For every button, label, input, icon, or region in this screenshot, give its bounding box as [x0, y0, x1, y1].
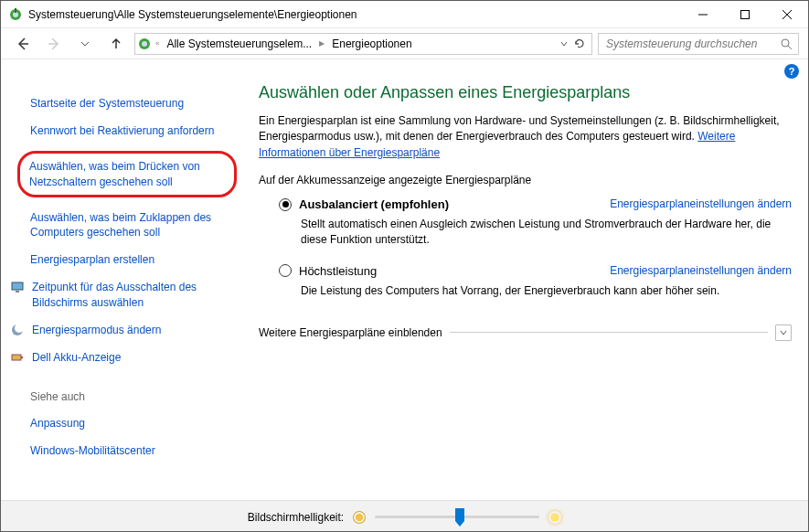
plan-high-performance: Höchstleistung Energiesparplaneinstellun… — [279, 264, 792, 299]
monitor-icon — [10, 280, 25, 294]
power-options-icon — [8, 7, 23, 22]
sidebar-link-label: Zeitpunkt für das Ausschalten des Bildsc… — [32, 280, 233, 309]
sidebar-link-close-lid[interactable]: Auswählen, was beim Zuklappen des Comput… — [30, 210, 233, 239]
nav-recent-dropdown[interactable] — [72, 31, 98, 57]
sidebar-link-create-plan[interactable]: Energiesparplan erstellen — [30, 252, 233, 267]
plan-description: Die Leistung des Computers hat Vorrang, … — [301, 283, 792, 299]
maximize-button[interactable] — [724, 1, 766, 28]
slider-thumb[interactable] — [455, 508, 464, 527]
search-input[interactable] — [604, 37, 780, 51]
moon-icon — [10, 323, 25, 337]
plan-balanced: Ausbalanciert (empfohlen) Energiesparpla… — [279, 197, 792, 248]
nav-forward-button[interactable] — [41, 31, 67, 57]
address-dropdown[interactable] — [560, 40, 568, 48]
sun-bright-icon — [548, 511, 561, 524]
sidebar: Startseite der Systemsteuerung Kennwort … — [1, 83, 248, 500]
sidebar-link-mobility-center[interactable]: Windows-Mobilitätscenter — [30, 443, 233, 458]
sidebar-link-label: Energiesparmodus ändern — [32, 323, 161, 337]
chevron-right-icon: ▶ — [317, 39, 326, 48]
battery-icon — [10, 350, 25, 365]
minimize-button[interactable] — [682, 1, 724, 28]
sidebar-link-require-password[interactable]: Kennwort bei Reaktivierung anfordern — [30, 123, 233, 138]
refresh-button[interactable] — [573, 37, 586, 50]
search-box[interactable] — [598, 33, 799, 55]
svg-point-10 — [142, 41, 147, 47]
help-icon[interactable]: ? — [784, 64, 799, 79]
sidebar-link-power-buttons[interactable]: Auswählen, was beim Drücken von Netzscha… — [17, 151, 237, 197]
breadcrumb-segment[interactable]: Alle Systemsteuerungselem... — [163, 37, 315, 50]
navbar: « Alle Systemsteuerungselem... ▶ Energie… — [1, 28, 808, 59]
chevron-down-icon — [775, 325, 792, 341]
window-title: Systemsteuerung\Alle Systemsteuerungsele… — [28, 8, 357, 21]
close-button[interactable] — [766, 1, 808, 28]
page-heading: Auswählen oder Anpassen eines Energiespa… — [259, 83, 792, 102]
intro-text: Ein Energiesparplan ist eine Sammlung vo… — [259, 113, 792, 161]
sun-dim-icon — [353, 511, 366, 524]
breadcrumb-segment[interactable]: Energieoptionen — [328, 37, 415, 50]
divider — [450, 332, 768, 333]
sidebar-link-personalization[interactable]: Anpassung — [30, 416, 233, 431]
change-plan-settings-link[interactable]: Energiesparplaneinstellungen ändern — [610, 197, 792, 210]
power-options-icon — [137, 37, 152, 51]
chevron-left-icon: « — [154, 39, 161, 48]
plan-description: Stellt automatisch einen Ausgleich zwisc… — [301, 217, 792, 248]
help-row: ? — [1, 59, 808, 83]
sidebar-link-display-off[interactable]: Zeitpunkt für das Ausschalten des Bildsc… — [30, 280, 233, 309]
plan-label: Ausbalanciert (empfohlen) — [299, 197, 449, 211]
change-plan-settings-link[interactable]: Energiesparplaneinstellungen ändern — [610, 264, 792, 277]
sidebar-link-label: Dell Akku-Anzeige — [32, 350, 121, 365]
nav-up-button[interactable] — [103, 31, 129, 57]
svg-rect-13 — [12, 282, 23, 290]
svg-rect-14 — [16, 291, 19, 293]
expand-more-plans[interactable]: Weitere Energiesparpläne einblenden — [259, 325, 792, 341]
svg-rect-2 — [15, 8, 16, 13]
section-heading: Auf der Akkumessanzeige angezeigte Energ… — [259, 174, 792, 186]
radio-unselected-icon — [279, 264, 292, 277]
svg-point-11 — [782, 39, 789, 47]
brightness-bar: Bildschirmhelligkeit: — [1, 500, 808, 532]
svg-rect-18 — [21, 356, 23, 358]
search-icon — [780, 37, 793, 50]
expand-label: Weitere Energiesparpläne einblenden — [259, 326, 442, 339]
plan-high-performance-radio[interactable]: Höchstleistung — [279, 264, 377, 278]
nav-back-button[interactable] — [10, 31, 36, 57]
titlebar: Systemsteuerung\Alle Systemsteuerungsele… — [1, 1, 808, 28]
plan-label: Höchstleistung — [299, 264, 377, 278]
svg-rect-4 — [741, 10, 750, 18]
radio-selected-icon — [279, 198, 292, 211]
sidebar-link-sleep-mode[interactable]: Energiesparmodus ändern — [30, 323, 233, 337]
svg-marker-19 — [455, 508, 464, 527]
plan-balanced-radio[interactable]: Ausbalanciert (empfohlen) — [279, 197, 449, 211]
sidebar-seealso-label: Siehe auch — [30, 390, 233, 403]
svg-line-12 — [788, 46, 792, 49]
brightness-slider[interactable] — [375, 509, 539, 526]
main-content: Auswählen oder Anpassen eines Energiespa… — [248, 83, 808, 500]
svg-rect-17 — [12, 355, 21, 360]
address-bar[interactable]: « Alle Systemsteuerungselem... ▶ Energie… — [134, 33, 592, 55]
sidebar-link-dell-battery[interactable]: Dell Akku-Anzeige — [30, 350, 233, 365]
brightness-label: Bildschirmhelligkeit: — [248, 511, 344, 524]
sidebar-link-home[interactable]: Startseite der Systemsteuerung — [30, 96, 233, 111]
svg-point-16 — [15, 324, 24, 333]
